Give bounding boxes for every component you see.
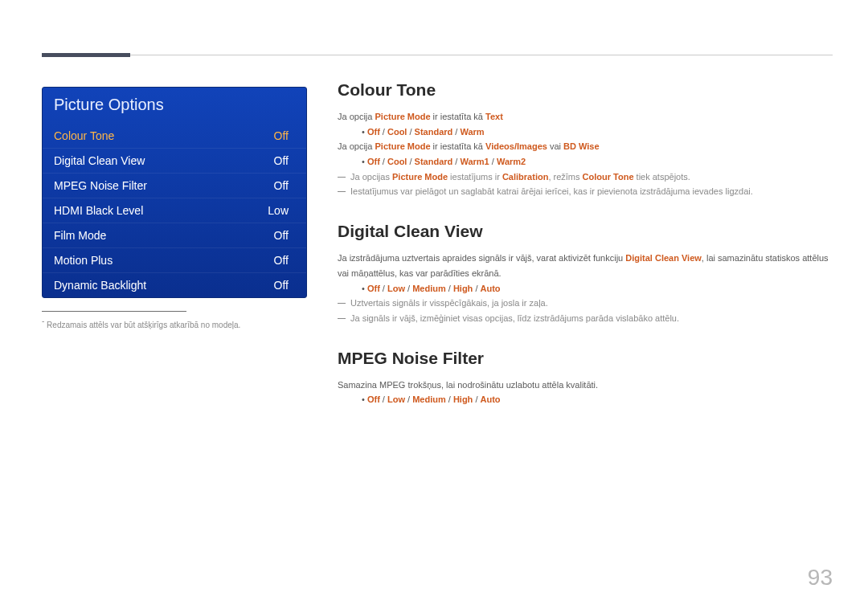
section-digital-clean-view: Digital Clean View Ja izstrādājuma uztve… (338, 222, 833, 325)
menu-item-value: Off (274, 279, 289, 292)
menu-item-label: MPEG Noise Filter (54, 179, 147, 192)
text-line: Samazina MPEG trokšņus, lai nodrošinātu … (338, 378, 833, 393)
menu-item-value: Off (274, 154, 289, 167)
page-number: 93 (808, 565, 833, 591)
menu-item-film-mode[interactable]: Film Mode Off (43, 223, 306, 247)
menu-item-colour-tone[interactable]: Colour Tone Off (43, 124, 306, 148)
option-list: Off / Low / Medium / High / Auto (338, 392, 833, 407)
menu-item-value: Off (274, 129, 289, 142)
menu-item-label: Colour Tone (54, 129, 114, 142)
text-line: Ja opcija Picture Mode ir iestatīta kā V… (338, 139, 833, 154)
footnote-rule (42, 311, 186, 312)
menu-item-mpeg-noise-filter[interactable]: MPEG Noise Filter Off (43, 173, 306, 198)
menu-item-value: Off (274, 254, 289, 267)
left-column: Picture Options Colour Tone Off Digital … (42, 80, 307, 407)
menu-item-dynamic-backlight[interactable]: Dynamic Backlight Off (43, 272, 306, 297)
note-line: Iestatījumus var pielāgot un saglabāt ka… (338, 184, 833, 199)
right-column: Colour Tone Ja opcija Picture Mode ir ie… (338, 80, 833, 407)
option-list: Off / Low / Medium / High / Auto (338, 281, 833, 296)
menu-title: Picture Options (43, 88, 306, 124)
option-list: Off / Cool / Standard / Warm (338, 125, 833, 140)
footnote: - Redzamais attēls var būt atšķirīgs atk… (42, 317, 307, 331)
option-list: Off / Cool / Standard / Warm1 / Warm2 (338, 154, 833, 170)
heading-colour-tone: Colour Tone (338, 80, 833, 100)
menu-item-value: Off (274, 179, 289, 192)
menu-item-value: Low (268, 204, 289, 217)
heading-mpeg-noise-filter: MPEG Noise Filter (338, 349, 833, 368)
menu-item-value: Off (274, 229, 289, 242)
section-mpeg-noise-filter: MPEG Noise Filter Samazina MPEG trokšņus… (338, 349, 833, 407)
heading-digital-clean-view: Digital Clean View (338, 222, 833, 241)
note-line: Ja signāls ir vājš, izmēģiniet visas opc… (338, 311, 833, 326)
section-colour-tone: Colour Tone Ja opcija Picture Mode ir ie… (338, 80, 833, 199)
menu-item-label: Film Mode (54, 229, 106, 242)
menu-item-digital-clean-view[interactable]: Digital Clean View Off (43, 148, 306, 173)
header-accent-bar (42, 53, 130, 57)
menu-item-label: Digital Clean View (54, 154, 145, 167)
page-content: Picture Options Colour Tone Off Digital … (42, 80, 833, 407)
menu-item-hdmi-black-level[interactable]: HDMI Black Level Low (43, 198, 306, 223)
menu-item-label: Dynamic Backlight (54, 279, 146, 292)
picture-options-menu: Picture Options Colour Tone Off Digital … (42, 87, 307, 298)
menu-item-label: HDMI Black Level (54, 204, 143, 217)
menu-item-label: Motion Plus (54, 254, 113, 267)
note-line: Uztvertais signāls ir visspēcīgākais, ja… (338, 296, 833, 311)
menu-item-motion-plus[interactable]: Motion Plus Off (43, 247, 306, 272)
header-rule (42, 55, 833, 55)
text-line: Ja izstrādājuma uztvertais apraides sign… (338, 251, 833, 280)
text-line: Ja opcija Picture Mode ir iestatīta kā T… (338, 109, 833, 125)
note-line: Ja opcijas Picture Mode iestatījums ir C… (338, 170, 833, 185)
